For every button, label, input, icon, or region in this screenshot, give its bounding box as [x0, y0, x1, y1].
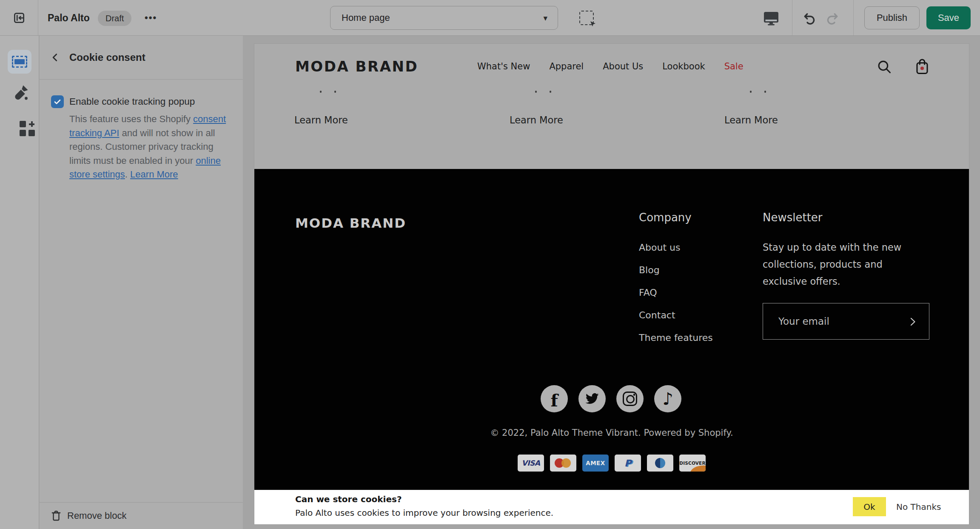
newsletter-heading: Newsletter — [763, 211, 823, 224]
newsletter-text: Stay up to date with the new collections… — [763, 239, 906, 290]
enable-cookie-popup-checkbox[interactable] — [51, 95, 64, 108]
sidebar-item-app-embeds[interactable] — [11, 112, 28, 129]
theme-editor: Palo Alto Draft ••• Home page ▾ — [0, 0, 980, 529]
facebook-button[interactable]: f — [541, 385, 568, 412]
store-preview: MODA BRAND What's New Apparel About Us L… — [254, 44, 969, 524]
company-heading: Company — [639, 211, 692, 224]
nav-apparel[interactable]: Apparel — [549, 61, 584, 71]
paint-brush-icon — [12, 83, 27, 101]
cookie-no-thanks-button[interactable]: No Thanks — [894, 497, 943, 516]
divider — [38, 0, 38, 35]
learn-more-link[interactable]: Learn More — [130, 169, 178, 180]
visa-badge: VISA — [518, 455, 544, 472]
page-selector-value: Home page — [342, 12, 390, 23]
cookie-banner-title: Can we store cookies? — [295, 494, 402, 504]
footer-link-contact[interactable]: Contact — [639, 304, 713, 326]
twitter-icon — [585, 392, 599, 406]
shopping-bag-icon — [914, 58, 926, 74]
learn-more-link-3[interactable]: Learn More — [724, 114, 778, 126]
footer-link-blog[interactable]: Blog — [639, 259, 713, 281]
footer-logo: MODA BRAND — [295, 215, 406, 231]
setting-description: This feature uses the Shopify consent tr… — [69, 112, 234, 182]
theme-name: Palo Alto — [48, 0, 90, 36]
cookie-banner-description: Palo Alto uses cookies to improve your b… — [295, 508, 553, 518]
checkbox-label: Enable cookie tracking popup — [69, 95, 195, 108]
nav-lookbook[interactable]: Lookbook — [662, 61, 705, 71]
footer-link-about-us[interactable]: About us — [639, 236, 713, 259]
description-text: . — [125, 169, 128, 180]
status-badge: Draft — [98, 11, 131, 26]
chevron-down-icon: ▾ — [543, 13, 547, 23]
text-clip-dots — [535, 86, 564, 89]
remove-block-button[interactable]: Remove block — [40, 503, 243, 529]
instagram-button[interactable] — [616, 385, 644, 412]
settings-panel: Cookie consent Enable cookie tracking po… — [40, 36, 243, 529]
store-nav: What's New Apparel About Us Lookbook Sal… — [477, 61, 744, 71]
amex-badge: AMEX — [582, 455, 609, 472]
save-button[interactable]: Save — [926, 6, 971, 29]
cookie-consent-banner: Can we store cookies? Palo Alto uses coo… — [254, 490, 969, 524]
redo-icon — [825, 11, 840, 25]
newsletter-form — [763, 303, 929, 340]
top-bar: Palo Alto Draft ••• Home page ▾ — [0, 0, 980, 36]
copyright-text: © 2022, Palo Alto Theme Vibrant. Powered… — [254, 428, 969, 438]
left-icon-rail — [0, 36, 39, 529]
remove-block-label: Remove block — [67, 510, 126, 521]
more-options-icon: ••• — [145, 12, 157, 23]
company-links: About us Blog FAQ Contact Theme features — [639, 236, 713, 349]
newsletter-submit-button[interactable] — [905, 315, 920, 329]
tiktok-button[interactable]: ♪ — [654, 385, 681, 412]
twitter-button[interactable] — [578, 385, 606, 412]
payment-methods: VISA AMEX P DISCOVER — [518, 455, 706, 472]
desktop-monitor-icon — [763, 11, 779, 26]
text-clip-dots — [750, 86, 779, 89]
search-button[interactable] — [876, 58, 893, 75]
undo-button[interactable] — [801, 9, 818, 26]
panel-header: Cookie consent — [40, 36, 243, 80]
learn-more-link-1[interactable]: Learn More — [294, 114, 348, 126]
cookie-ok-button[interactable]: Ok — [853, 497, 886, 516]
sections-icon — [12, 56, 27, 68]
exit-icon — [13, 11, 26, 24]
nav-about-us[interactable]: About Us — [603, 61, 643, 71]
description-text: This feature uses the Shopify — [69, 114, 191, 124]
sidebar-item-sections[interactable] — [8, 50, 31, 74]
publish-button[interactable]: Publish — [864, 6, 920, 29]
panel-footer: Remove block — [40, 502, 243, 529]
undo-icon — [802, 11, 817, 25]
trash-icon — [51, 510, 62, 522]
exit-editor-button[interactable] — [8, 7, 31, 29]
page-selector-dropdown[interactable]: Home page ▾ — [330, 6, 558, 30]
chevron-right-icon — [908, 317, 917, 327]
diners-badge — [647, 455, 673, 472]
mastercard-badge — [550, 455, 576, 472]
newsletter-email-input[interactable] — [763, 303, 929, 339]
paypal-badge: P — [615, 455, 641, 472]
divider — [792, 0, 792, 35]
tiktok-icon: ♪ — [662, 389, 673, 409]
device-preview-button[interactable] — [762, 10, 780, 26]
social-links: f ♪ — [541, 385, 681, 412]
text-clip-dots — [320, 86, 349, 89]
discover-badge: DISCOVER — [679, 455, 706, 472]
facebook-icon: f — [550, 390, 558, 410]
nav-sale[interactable]: Sale — [724, 61, 744, 71]
panel-title: Cookie consent — [69, 36, 145, 79]
learn-more-link-2[interactable]: Learn More — [510, 114, 563, 126]
back-button[interactable] — [47, 49, 64, 66]
footer-link-faq[interactable]: FAQ — [639, 281, 713, 304]
divider — [853, 0, 854, 35]
search-icon — [877, 59, 892, 74]
more-options-button[interactable]: ••• — [142, 9, 160, 27]
cursor-icon — [590, 20, 596, 27]
footer-link-theme-features[interactable]: Theme features — [639, 326, 713, 349]
checkmark-icon — [53, 97, 62, 106]
cart-button[interactable] — [912, 58, 929, 75]
chevron-left-icon — [50, 52, 62, 63]
sidebar-item-theme-settings[interactable] — [9, 82, 30, 102]
nav-whats-new[interactable]: What's New — [477, 61, 530, 71]
instagram-icon — [623, 392, 637, 406]
redo-button[interactable] — [823, 9, 841, 26]
section-picker-tool-button[interactable] — [579, 11, 594, 25]
store-logo[interactable]: MODA BRAND — [295, 58, 418, 75]
